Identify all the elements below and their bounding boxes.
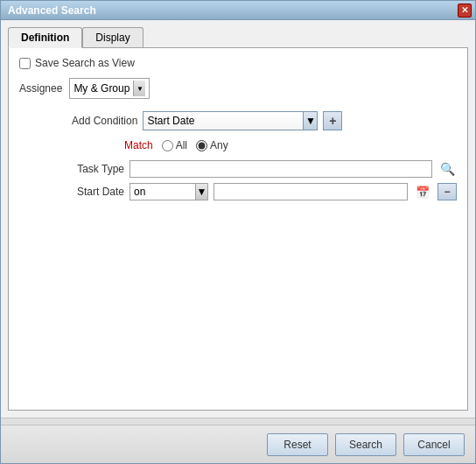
match-any-radio[interactable] — [196, 140, 207, 151]
start-date-calendar-button[interactable]: 📅 — [413, 183, 432, 200]
match-all-option[interactable]: All — [162, 139, 187, 151]
save-search-label[interactable]: Save Search as View — [19, 57, 135, 69]
horizontal-scrollbar[interactable] — [1, 418, 475, 425]
advanced-search-window: Advanced Search ✕ Definition Display Sav… — [0, 0, 476, 464]
tab-definition[interactable]: Definition — [8, 27, 82, 48]
task-type-search-button[interactable]: 🔍 — [438, 160, 457, 178]
close-button[interactable]: ✕ — [458, 4, 472, 18]
assignee-label: Assignee — [19, 82, 62, 95]
condition-dropdown[interactable]: Start Date ▼ — [143, 111, 318, 130]
chevron-down-icon: ▼ — [136, 85, 144, 93]
footer: Reset Search Cancel — [1, 425, 475, 463]
start-date-input[interactable] — [214, 183, 408, 200]
match-all-radio[interactable] — [162, 140, 173, 151]
search-button[interactable]: Search — [335, 433, 396, 456]
start-date-operator-arrow[interactable]: ▼ — [195, 184, 207, 200]
save-search-row: Save Search as View — [19, 57, 457, 69]
chevron-down-icon: ▼ — [193, 186, 211, 198]
save-search-checkbox[interactable] — [19, 58, 31, 69]
chevron-down-icon: ▼ — [302, 115, 319, 127]
task-type-row: Task Type 🔍 — [19, 160, 457, 178]
tab-bar: Definition Display — [8, 27, 468, 48]
start-date-operator-dropdown[interactable]: on ▼ — [130, 183, 208, 200]
match-any-option[interactable]: Any — [196, 139, 228, 151]
remove-start-date-button[interactable]: − — [438, 183, 457, 200]
start-date-operator-value: on — [130, 186, 195, 198]
content-area: Definition Display Save Search as View A… — [1, 20, 475, 418]
assignee-dropdown-arrow[interactable]: ▼ — [133, 81, 145, 96]
condition-value: Start Date — [144, 115, 303, 127]
calendar-icon: 📅 — [416, 186, 430, 199]
assignee-row: Assignee My & Group ▼ — [19, 78, 457, 99]
tab-display[interactable]: Display — [82, 27, 143, 48]
assignee-dropdown[interactable]: My & Group ▼ — [69, 78, 150, 99]
reset-button[interactable]: Reset — [267, 433, 328, 456]
condition-dropdown-arrow[interactable]: ▼ — [303, 112, 317, 130]
add-condition-row: Add Condition Start Date ▼ + — [19, 111, 457, 130]
start-date-row: Start Date on ▼ 📅 − — [19, 183, 457, 200]
start-date-label: Start Date — [63, 186, 124, 198]
title-bar: Advanced Search ✕ — [1, 1, 475, 20]
task-type-input[interactable] — [130, 160, 432, 178]
match-row: Match All Any — [19, 139, 457, 151]
add-condition-button[interactable]: + — [323, 111, 342, 130]
match-label: Match — [124, 139, 153, 151]
add-condition-label: Add Condition — [72, 115, 137, 127]
close-icon: ✕ — [461, 5, 468, 15]
cancel-button[interactable]: Cancel — [403, 433, 465, 456]
window-title: Advanced Search — [8, 4, 96, 17]
search-icon: 🔍 — [440, 162, 455, 176]
plus-icon: + — [329, 114, 336, 128]
assignee-value: My & Group — [74, 82, 130, 95]
tab-content-definition: Save Search as View Assignee My & Group … — [8, 47, 468, 411]
task-type-label: Task Type — [63, 163, 124, 175]
minus-icon: − — [444, 186, 450, 198]
